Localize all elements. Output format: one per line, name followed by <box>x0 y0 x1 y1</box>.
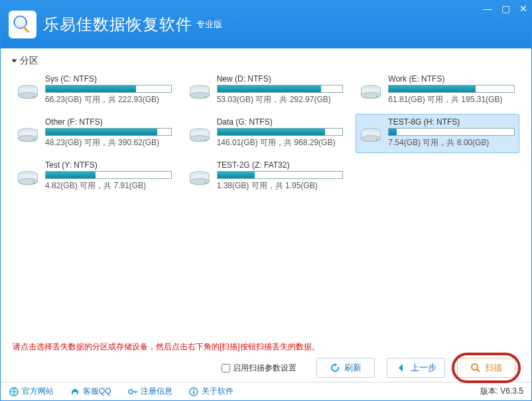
svg-point-11 <box>376 95 378 97</box>
usage-bar <box>217 128 344 136</box>
drive-icon <box>188 170 212 190</box>
partition-name: TEST-2G (Z: FAT32) <box>217 160 344 170</box>
refresh-button[interactable]: 刷新 <box>316 358 375 378</box>
partition-stats: 4.82(GB) 可用，共 7.91(GB) <box>45 180 172 192</box>
usage-bar <box>388 128 515 136</box>
drive-icon <box>188 127 212 146</box>
drive-icon <box>16 170 40 190</box>
partition-grid: Sys (C: NTFS) 66.23(GB) 可用，共 222.93(GB) … <box>13 71 519 196</box>
app-window: 乐易佳数据恢复软件 专业版 ― ▢ ✕ 分区 Sys (C: NTFS) 66.… <box>0 0 532 401</box>
chevron-down-icon <box>12 60 17 63</box>
svg-point-17 <box>204 139 206 141</box>
partition-stats: 66.23(GB) 可用，共 222.93(GB) <box>45 94 172 105</box>
svg-point-27 <box>472 364 478 370</box>
hint-text: 请点击选择丢失数据的分区或存储设备，然后点击右下角的[扫描]按钮扫描丢失的数据。 <box>13 341 519 353</box>
svg-point-14 <box>33 139 35 141</box>
partition-item[interactable]: Test (Y: NTFS) 4.82(GB) 可用，共 7.91(GB) <box>13 157 176 196</box>
footer-about-label: 关于软件 <box>202 386 233 397</box>
partition-stats: 48.23(GB) 可用，共 390.62(GB) <box>45 137 172 148</box>
usage-bar <box>217 171 344 179</box>
svg-point-13 <box>19 135 38 141</box>
footer-version: 版本: V6.3.5 <box>480 386 523 397</box>
title-bar: 乐易佳数据恢复软件 专业版 ― ▢ ✕ <box>1 1 531 48</box>
minimize-button[interactable]: ― <box>483 3 492 14</box>
partition-name: TEST-8G (H: NTFS) <box>388 117 515 127</box>
svg-point-30 <box>129 390 133 394</box>
footer-official-site[interactable]: 官方网站 <box>9 386 54 397</box>
usage-bar <box>388 85 515 93</box>
partition-name: New (D: NTFS) <box>217 74 344 84</box>
partition-name: Test (Y: NTFS) <box>45 160 172 170</box>
section-label: 分区 <box>20 55 38 67</box>
refresh-label: 刷新 <box>344 362 362 374</box>
app-subtitle: 专业版 <box>196 19 222 30</box>
footer-qq-label: 客服QQ <box>83 386 111 397</box>
svg-point-25 <box>190 178 209 184</box>
footer-site-label: 官方网站 <box>22 386 54 397</box>
close-button[interactable]: ✕ <box>519 3 527 14</box>
footer-about[interactable]: 关于软件 <box>188 386 233 397</box>
svg-rect-33 <box>193 389 194 390</box>
usage-bar <box>45 128 172 136</box>
globe-icon <box>9 386 19 397</box>
action-row: 启用扫描参数设置 刷新 上一步 扫描 <box>13 358 519 378</box>
svg-line-28 <box>477 369 480 372</box>
svg-point-26 <box>204 182 206 184</box>
partition-name: Other (F: NTFS) <box>45 117 172 127</box>
enable-scan-options-label: 启用扫描参数设置 <box>233 363 297 374</box>
drive-icon <box>16 84 40 103</box>
partition-item[interactable]: Other (F: NTFS) 48.23(GB) 可用，共 390.62(GB… <box>13 114 176 153</box>
partition-item[interactable]: Sys (C: NTFS) 66.23(GB) 可用，共 222.93(GB) <box>13 71 176 110</box>
partition-item[interactable]: Work (E: NTFS) 61.81(GB) 可用，共 195.31(GB) <box>356 71 519 110</box>
footer: 官方网站 客服QQ 注册信息 关于软件 版本: V6.3.5 <box>1 382 531 400</box>
drive-icon <box>359 84 383 103</box>
usage-bar <box>45 171 172 179</box>
svg-point-19 <box>362 135 381 141</box>
partition-name: Sys (C: NTFS) <box>45 74 172 84</box>
headset-icon <box>70 386 80 397</box>
svg-point-23 <box>33 182 35 184</box>
svg-point-16 <box>190 135 209 141</box>
partition-name: Work (E: NTFS) <box>388 74 515 84</box>
partition-item[interactable]: New (D: NTFS) 53.03(GB) 可用，共 292.97(GB) <box>184 71 348 110</box>
enable-scan-options-checkbox[interactable] <box>222 364 230 372</box>
drive-icon <box>359 127 383 146</box>
partition-stats: 7.54(GB) 可用，共 8.00(GB) <box>388 137 515 148</box>
scan-button[interactable]: 扫描 <box>457 358 515 378</box>
footer-register-label: 注册信息 <box>141 386 172 397</box>
info-icon <box>188 386 199 397</box>
partition-item[interactable]: TEST-8G (H: NTFS) 7.54(GB) 可用，共 8.00(GB) <box>356 114 519 153</box>
partition-name: Data (G: NTFS) <box>217 117 344 127</box>
svg-point-10 <box>362 92 381 98</box>
footer-register[interactable]: 注册信息 <box>127 386 172 397</box>
arrow-left-icon <box>396 363 407 373</box>
svg-rect-32 <box>193 391 194 394</box>
svg-point-7 <box>190 92 209 98</box>
drive-icon <box>188 84 212 103</box>
partition-item[interactable]: Data (G: NTFS) 146.01(GB) 可用，共 968.29(GB… <box>184 114 348 153</box>
usage-bar <box>45 85 172 93</box>
main-panel: 分区 Sys (C: NTFS) 66.23(GB) 可用，共 222.93(G… <box>1 48 531 382</box>
search-icon <box>470 363 481 373</box>
enable-scan-options[interactable]: 启用扫描参数设置 <box>222 363 297 374</box>
back-button[interactable]: 上一步 <box>387 358 445 378</box>
svg-point-8 <box>204 95 206 97</box>
svg-rect-2 <box>23 27 30 33</box>
app-icon <box>9 11 36 38</box>
partition-stats: 61.81(GB) 可用，共 195.31(GB) <box>388 94 515 105</box>
partition-stats: 146.01(GB) 可用，共 968.29(GB) <box>217 137 344 148</box>
usage-bar <box>217 85 344 93</box>
svg-point-4 <box>19 92 38 98</box>
maximize-button[interactable]: ▢ <box>501 3 510 14</box>
drive-icon <box>16 127 40 146</box>
back-label: 上一步 <box>411 362 436 374</box>
svg-point-22 <box>19 178 38 184</box>
partition-stats: 53.03(GB) 可用，共 292.97(GB) <box>217 94 344 105</box>
partition-item[interactable]: TEST-2G (Z: FAT32) 1.38(GB) 可用，共 1.95(GB… <box>184 157 348 196</box>
svg-point-5 <box>33 95 35 97</box>
footer-qq[interactable]: 客服QQ <box>70 386 111 397</box>
refresh-icon <box>330 363 340 373</box>
section-header-partitions[interactable]: 分区 <box>13 55 519 67</box>
scan-label: 扫描 <box>485 362 502 374</box>
svg-point-20 <box>376 139 378 141</box>
